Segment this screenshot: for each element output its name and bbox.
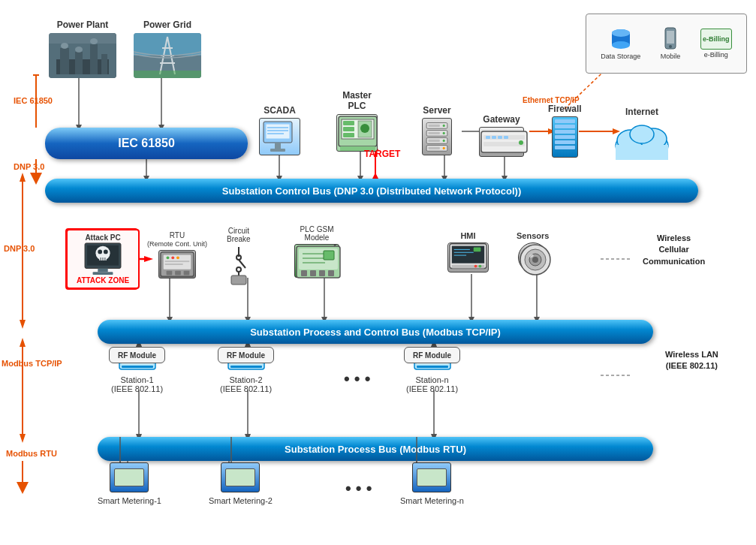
svg-point-152	[236, 255, 241, 260]
power-plant-image	[49, 33, 116, 78]
server-device: Server	[422, 105, 452, 155]
svg-point-68	[612, 29, 630, 37]
svg-point-113	[443, 140, 445, 142]
svg-point-145	[176, 256, 179, 259]
svg-point-133	[98, 250, 102, 254]
hmi-label: HMI	[460, 231, 475, 240]
svg-marker-4	[20, 320, 26, 329]
server-icon-box	[422, 118, 452, 155]
sensor-icon-box	[518, 242, 548, 272]
firewall-label: Firewall	[548, 104, 582, 114]
attack-zone-label: ATTACK ZONE	[77, 276, 129, 285]
fw-stripe-6	[555, 146, 575, 149]
ebilling-label: e-Billing	[704, 51, 728, 59]
svg-rect-74	[60, 48, 69, 74]
svg-rect-120	[486, 136, 490, 139]
rtu-svg	[159, 250, 195, 279]
svg-rect-89	[134, 71, 201, 78]
svg-rect-165	[301, 270, 307, 276]
svg-point-128	[630, 125, 654, 143]
svg-rect-109	[428, 132, 439, 134]
rtu-icon-box	[158, 250, 196, 279]
svg-point-79	[75, 47, 83, 53]
dnp3-control-label: DNP 3.0	[4, 244, 35, 253]
substation-control-bus: Substation Control Bus (DNP 3.0 (Distrib…	[45, 179, 698, 203]
fw-stripe-4	[555, 135, 575, 139]
fw-stripe-2	[555, 125, 575, 128]
svg-rect-148	[167, 271, 173, 276]
scada-icon	[259, 118, 300, 155]
svg-rect-115	[428, 147, 439, 149]
svg-rect-122	[498, 136, 502, 139]
svg-point-143	[167, 256, 170, 259]
svg-point-144	[171, 256, 174, 259]
svg-point-67	[612, 41, 630, 49]
station2-label: Station-2(IEEE 802.11)	[220, 375, 272, 393]
smart-meter2-label: Smart Metering-2	[209, 496, 273, 505]
gateway-label: Gateway	[483, 114, 520, 125]
modbus-tcpip-label: Modbus TCP/IP	[2, 359, 62, 368]
svg-rect-83	[134, 33, 201, 56]
svg-point-176	[474, 265, 477, 268]
attack-pc-label: Attack PC	[85, 233, 120, 242]
svg-rect-76	[90, 44, 98, 74]
svg-marker-8	[20, 338, 26, 347]
master-plc-label: MasterPLC	[342, 90, 372, 112]
station2-rf-module: RF Module	[218, 347, 274, 363]
hmi-icon-box	[447, 242, 489, 272]
wireless-lan-label: Wireless LAN(IEEE 802.11)	[665, 349, 718, 372]
svg-rect-167	[319, 270, 325, 276]
ebilling-item: e-Billing e-Billing	[700, 29, 732, 59]
wireless-cellular-label: WirelessCellularCommunication	[643, 233, 705, 267]
svg-rect-174	[474, 248, 481, 252]
fw-stripe-1	[555, 119, 575, 123]
svg-rect-139	[98, 268, 107, 272]
circuit-breaker-device: CircuitBreake	[227, 227, 251, 287]
power-grid-image	[134, 33, 201, 78]
power-plant-label: Power Plant	[57, 20, 109, 30]
svg-point-107	[443, 125, 445, 127]
power-grid-device: Power Grid	[134, 20, 201, 78]
svg-point-181	[532, 257, 538, 263]
scada-device: SCADA	[259, 105, 300, 155]
internet-cloud-svg	[612, 119, 672, 161]
internet-device: Internet	[612, 107, 672, 161]
power-grid-svg	[134, 33, 201, 78]
station1-label: Station-1(IEEE 802.11)	[111, 375, 163, 393]
fw-stripe-5	[555, 140, 575, 144]
svg-point-134	[104, 250, 108, 254]
ebilling-box: e-Billing	[700, 29, 732, 50]
svg-rect-166	[310, 270, 316, 276]
svg-rect-149	[175, 271, 181, 276]
svg-point-103	[360, 124, 369, 133]
svg-rect-77	[101, 54, 107, 74]
smart-meter2-group: Smart Metering-2	[209, 462, 273, 505]
svg-point-116	[443, 147, 445, 149]
svg-rect-162	[324, 251, 334, 260]
circuit-breaker-label: CircuitBreake	[227, 227, 251, 243]
mobile-item: Mobile	[661, 27, 681, 60]
plc-gsm-device: PLC GSMModele	[294, 225, 339, 278]
svg-point-154	[236, 267, 241, 272]
substation-process-control-bus: Substation Process and Control Bus (Modb…	[98, 320, 653, 344]
svg-rect-70	[667, 31, 674, 44]
top-right-panel: Data Storage Mobile e-Billing e-Billing	[586, 14, 747, 74]
svg-rect-112	[428, 140, 439, 142]
svg-point-177	[478, 265, 481, 268]
scada-svg	[261, 120, 299, 154]
hmi-svg	[448, 242, 488, 273]
rtu-device: RTU(Remote Cont. Unit)	[147, 231, 207, 279]
station2-group: RF Module Station-2(IEEE 802.11)	[220, 347, 272, 393]
svg-rect-147	[165, 263, 183, 265]
svg-rect-146	[165, 260, 190, 262]
gateway-icon-box	[479, 127, 524, 157]
circuit-breaker-svg	[227, 245, 250, 287]
hmi-device: HMI	[447, 231, 489, 272]
substation-process-bus: Substation Process Bus (Modbus RTU)	[98, 437, 653, 461]
smart-meter1-group: Smart Metering-1	[98, 462, 161, 505]
ebilling-text: e-Billing	[703, 35, 730, 43]
sensors-device: Sensors	[517, 231, 549, 272]
svg-rect-100	[343, 127, 354, 131]
svg-rect-156	[231, 276, 246, 285]
svg-rect-121	[492, 136, 496, 139]
